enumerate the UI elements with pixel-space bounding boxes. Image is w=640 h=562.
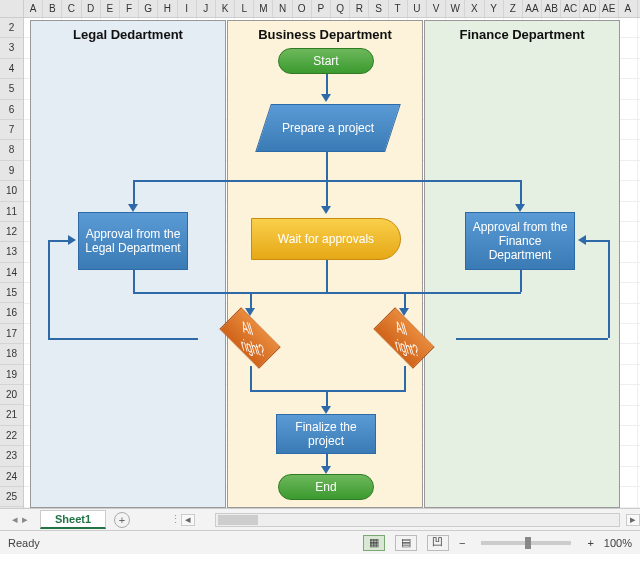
node-start[interactable]: Start xyxy=(278,48,374,74)
col-header[interactable]: Q xyxy=(331,0,350,17)
view-normal-button[interactable]: ▦ xyxy=(363,535,385,551)
col-header[interactable]: E xyxy=(101,0,120,17)
row-header[interactable]: 22 xyxy=(0,426,23,446)
tab-split-handle[interactable]: ⋮ xyxy=(170,513,181,526)
col-header[interactable]: I xyxy=(178,0,197,17)
col-header[interactable]: Z xyxy=(504,0,523,17)
row-header[interactable]: 2 xyxy=(0,18,23,38)
col-header[interactable]: AC xyxy=(561,0,580,17)
row-header[interactable]: 15 xyxy=(0,283,23,303)
node-label: Wait for approvals xyxy=(278,232,374,246)
col-header[interactable]: P xyxy=(312,0,331,17)
connector xyxy=(133,180,135,206)
node-wait-approvals[interactable]: Wait for approvals xyxy=(251,218,401,260)
col-header[interactable]: S xyxy=(369,0,388,17)
node-decision-left[interactable]: All right? xyxy=(180,310,320,366)
col-header[interactable]: AB xyxy=(542,0,561,17)
node-label: Finalize the project xyxy=(281,420,371,448)
view-page-layout-button[interactable]: ▤ xyxy=(395,535,417,551)
zoom-in-button[interactable]: + xyxy=(587,537,593,549)
flowchart-canvas[interactable]: Start Prepare a project Approval from th… xyxy=(30,20,630,508)
col-header[interactable]: B xyxy=(43,0,62,17)
scrollbar-thumb[interactable] xyxy=(218,515,258,525)
zoom-out-button[interactable]: − xyxy=(459,537,465,549)
col-header[interactable]: W xyxy=(446,0,465,17)
node-approval-finance[interactable]: Approval from the Finance Department xyxy=(465,212,575,270)
add-sheet-button[interactable]: + xyxy=(114,512,130,528)
node-finalize-project[interactable]: Finalize the project xyxy=(276,414,376,454)
col-header[interactable]: H xyxy=(158,0,177,17)
arrowhead-icon xyxy=(321,94,331,102)
col-header[interactable]: AA xyxy=(523,0,542,17)
zoom-slider-handle[interactable] xyxy=(525,537,531,549)
row-header[interactable]: 23 xyxy=(0,446,23,466)
row-header[interactable]: 17 xyxy=(0,324,23,344)
node-label: All right? xyxy=(380,313,427,363)
arrowhead-icon xyxy=(128,204,138,212)
connector xyxy=(250,390,406,392)
col-header[interactable]: F xyxy=(120,0,139,17)
row-header[interactable]: 21 xyxy=(0,405,23,425)
tab-nav-buttons[interactable]: ◂ ▸ xyxy=(0,513,40,526)
node-end[interactable]: End xyxy=(278,474,374,500)
row-header[interactable]: 24 xyxy=(0,467,23,487)
node-label: All right? xyxy=(226,313,273,363)
row-header[interactable]: 12 xyxy=(0,222,23,242)
node-prepare-project[interactable]: Prepare a project xyxy=(255,104,401,152)
select-all-corner[interactable] xyxy=(0,0,24,17)
row-header[interactable]: 9 xyxy=(0,161,23,181)
col-header[interactable]: U xyxy=(408,0,427,17)
row-header[interactable]: 7 xyxy=(0,120,23,140)
connector xyxy=(584,240,608,242)
row-header[interactable]: 19 xyxy=(0,365,23,385)
row-header[interactable]: 18 xyxy=(0,344,23,364)
col-header[interactable]: M xyxy=(254,0,273,17)
row-header[interactable]: 6 xyxy=(0,100,23,120)
col-header[interactable]: O xyxy=(293,0,312,17)
col-header[interactable]: L xyxy=(235,0,254,17)
node-decision-right[interactable]: All right? xyxy=(334,310,474,366)
zoom-level[interactable]: 100% xyxy=(604,537,632,549)
arrowhead-icon xyxy=(515,204,525,212)
row-header[interactable]: 20 xyxy=(0,385,23,405)
col-header[interactable]: K xyxy=(216,0,235,17)
row-header[interactable]: 10 xyxy=(0,181,23,201)
col-header[interactable]: A xyxy=(24,0,43,17)
col-header[interactable]: X xyxy=(465,0,484,17)
zoom-slider[interactable] xyxy=(481,541,571,545)
col-header[interactable]: D xyxy=(82,0,101,17)
col-header[interactable]: A xyxy=(619,0,638,17)
row-header[interactable]: 16 xyxy=(0,303,23,323)
node-label: Approval from the Legal Department xyxy=(83,227,183,255)
col-header[interactable]: J xyxy=(197,0,216,17)
row-header[interactable]: 25 xyxy=(0,487,23,507)
grid-icon: ▦ xyxy=(369,536,379,549)
row-header-column: 2 3 4 5 6 7 8 9 10 11 12 13 14 15 16 17 … xyxy=(0,18,24,508)
scroll-right-button[interactable]: ▸ xyxy=(626,514,640,526)
row-header[interactable]: 13 xyxy=(0,242,23,262)
col-header[interactable]: N xyxy=(273,0,292,17)
row-header[interactable]: 14 xyxy=(0,263,23,283)
col-header[interactable]: AE xyxy=(600,0,619,17)
col-header[interactable]: Y xyxy=(485,0,504,17)
tab-sheet1[interactable]: Sheet1 xyxy=(40,510,106,529)
node-label: End xyxy=(315,480,336,494)
col-header[interactable]: T xyxy=(389,0,408,17)
row-header[interactable]: 8 xyxy=(0,140,23,160)
break-icon: 凹 xyxy=(432,535,443,550)
col-header[interactable]: R xyxy=(350,0,369,17)
row-header[interactable]: 3 xyxy=(0,38,23,58)
row-header[interactable]: 5 xyxy=(0,79,23,99)
worksheet-grid[interactable]: Legal Dedartment Business Department Fin… xyxy=(24,18,640,508)
col-header[interactable]: V xyxy=(427,0,446,17)
row-header[interactable]: 4 xyxy=(0,59,23,79)
view-page-break-button[interactable]: 凹 xyxy=(427,535,449,551)
col-header[interactable]: C xyxy=(62,0,81,17)
col-header[interactable]: G xyxy=(139,0,158,17)
page-icon: ▤ xyxy=(401,536,411,549)
row-header[interactable]: 11 xyxy=(0,202,23,222)
node-approval-legal[interactable]: Approval from the Legal Department xyxy=(78,212,188,270)
col-header[interactable]: AD xyxy=(580,0,599,17)
horizontal-scrollbar[interactable] xyxy=(215,513,620,527)
scroll-left-button[interactable]: ◂ xyxy=(181,514,195,526)
